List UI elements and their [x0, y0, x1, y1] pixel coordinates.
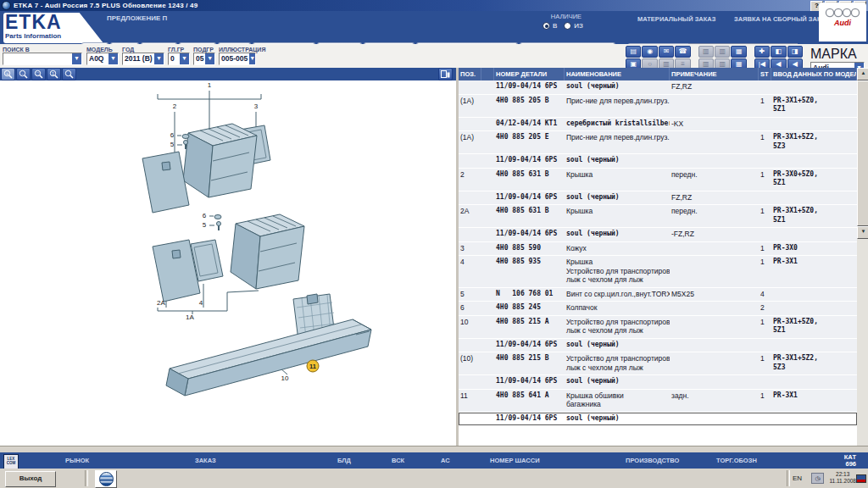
table-row[interactable]: (1A)4H0 885 205 BПрис-ние для перев.длин… — [459, 95, 857, 117]
diagram-callout-1A[interactable]: 1A — [186, 314, 194, 321]
diagram-callout-5[interactable]: 5 — [203, 222, 206, 229]
diagram-panel[interactable]: 12365652A41A1011 — [0, 80, 456, 446]
scroll-down-icon[interactable]: ▼ — [857, 226, 868, 239]
audi-brand-text: Audi — [834, 19, 851, 27]
chevron-down-icon[interactable]: ▼ — [108, 53, 118, 64]
table-row[interactable]: 34H0 885 590Кожух1PR-3X0 — [459, 242, 857, 256]
chevron-down-icon[interactable]: ▼ — [205, 53, 214, 64]
split-view-button[interactable] — [438, 68, 453, 80]
logo-title: ETKA — [5, 13, 103, 32]
table-row[interactable]: 2A4H0 885 631 BКрышкапередн.1PR-3X1+5Z0,… — [459, 205, 857, 227]
table-row[interactable]: 04/12-04/14 KT1серебристый kristallsilbe… — [459, 118, 857, 131]
window-title: ETKA 7 - Audi Россия 7.5 PLUS Обновление… — [14, 2, 198, 9]
logo-subtitle: Parts Information — [5, 32, 103, 40]
image-toolbar: +-□1 — [0, 68, 456, 80]
svg-text:-: - — [22, 71, 24, 76]
diagram-callout-10[interactable]: 10 — [281, 375, 289, 382]
chevron-down-icon[interactable]: ▼ — [249, 53, 255, 64]
table-row[interactable]: 11/09-04/14 6PSsoul (черный)-FZ,RZ — [459, 228, 857, 241]
scrollbar-thumb[interactable] — [857, 80, 868, 226]
bottom-field-label: БЛД — [337, 457, 351, 464]
zoom-out-icon[interactable]: - — [16, 68, 31, 80]
table-row[interactable]: 44H0 885 935Крышка Устройство для трансп… — [459, 256, 857, 287]
table-row[interactable]: 5N 106 768 01Винт со скр.цил.гол.,внут.T… — [459, 288, 857, 302]
diagram-callout-6[interactable]: 6 — [203, 213, 206, 219]
datetime: 22:1311.11.2008 — [829, 471, 856, 485]
zoom-in-icon[interactable]: + — [1, 68, 15, 80]
etka-window: ETKA 7 - Audi Россия 7.5 PLUS Обновление… — [0, 0, 868, 488]
scroll-up-icon[interactable]: ▲ — [857, 68, 868, 80]
bottom-field-label: АС — [441, 457, 450, 464]
bottom-info-bar: LEX COM РЫНОКЗАКАЗБЛДВСКАСНОМЕР ШАССИПРО… — [0, 452, 868, 469]
print-icon[interactable]: ▤ — [626, 46, 641, 58]
exit-button[interactable]: Выход — [5, 471, 56, 487]
zoom-free-icon[interactable] — [62, 68, 76, 80]
cart-transfer-icon[interactable]: ▦ — [731, 46, 746, 58]
search-input[interactable]: ▼ — [3, 53, 82, 65]
catalog-number: КАТ696 — [844, 454, 856, 468]
zoom-window-icon[interactable]: □ — [31, 68, 46, 80]
table-rows: 11/09-04/14 6PSsoul (черный)FZ,RZ(1A)4H0… — [459, 80, 857, 426]
clock-icon: ◷ — [811, 473, 824, 484]
table-row[interactable]: 104H0 885 215 AУстройство для транспорти… — [459, 316, 857, 338]
table-row[interactable]: (1A)4H0 885 205 EПрис-ние для перев.длин… — [459, 131, 857, 153]
diagram-callout-2A[interactable]: 2A — [157, 300, 165, 307]
search-row: ПОИСК В ▼ МОДЕЛЬA0Q▼ГОД2011 (B)▼ГЛ.ГР0▼П… — [0, 44, 868, 69]
pin-icon[interactable]: ✚ — [754, 46, 770, 58]
availability-radio-ИЗ[interactable]: ИЗ — [564, 22, 583, 30]
diagram-callout-4[interactable]: 4 — [199, 300, 203, 307]
print-preview-icon[interactable]: ◉ — [642, 46, 657, 58]
table-row[interactable]: 11/09-04/14 6PSsoul (черный) — [459, 154, 857, 168]
copy-prev-icon[interactable]: ◧ — [771, 46, 786, 58]
table-scrollbar[interactable]: ▲ ▼ — [857, 68, 868, 446]
status-flag-icon — [856, 474, 866, 483]
table-header: ПОЗ.НОМЕР ДЕТАЛИНАИМЕНОВАНИЕПРИМЕЧАНИЕST… — [459, 68, 857, 80]
availability-radio-В[interactable]: В — [542, 22, 557, 30]
chevron-down-icon[interactable]: ▼ — [154, 53, 164, 64]
doc-recall-icon: ▥ — [715, 46, 730, 58]
diagram-callout-3[interactable]: 3 — [254, 103, 258, 110]
diagram-callout-2[interactable]: 2 — [173, 103, 176, 110]
field-подгр: ПОДГР05▼ — [193, 47, 215, 65]
assembly-order-label[interactable]: ЗАЯВКА НА СБОРНЫЙ ЗАКАЗ — [734, 15, 830, 23]
chevron-down-icon[interactable]: ▼ — [72, 53, 81, 64]
col-header: НОМЕР ДЕТАЛИ — [494, 68, 565, 80]
table-row[interactable]: 11/09-04/14 6PSsoul (черный) — [459, 413, 857, 426]
copy-next-icon[interactable]: ◨ — [787, 46, 803, 58]
app-icon — [2, 1, 11, 10]
table-row[interactable]: 11/09-04/14 6PSsoul (черный)FZ,RZ — [459, 191, 857, 205]
zoom-reset-icon[interactable]: 1 — [47, 68, 61, 80]
table-row[interactable]: 24H0 885 631 BКрышкапередн.1PR-3X0+5Z0, … — [459, 169, 857, 191]
table-row[interactable]: (10)4H0 885 215 BУстройство для транспор… — [459, 352, 857, 374]
globe-icon — [99, 472, 114, 486]
field-гл.гр: ГЛ.ГР0▼ — [168, 47, 190, 65]
field-модель: МОДЕЛЬA0Q▼ — [86, 47, 119, 65]
parts-table: ПОЗ.НОМЕР ДЕТАЛИНАИМЕНОВАНИЕПРИМЕЧАНИЕST… — [459, 68, 868, 446]
status-bar: Выход EN ◷ 22:1311.11.2008 — [0, 469, 868, 488]
availability-group: НАЛИЧИЕ ВИЗ — [542, 13, 590, 30]
availability-label: НАЛИЧИЕ — [542, 13, 590, 20]
diagram-callout-1[interactable]: 1 — [208, 82, 211, 89]
lexcom-globe-button[interactable] — [95, 470, 117, 488]
audi-logo-panel: Audi — [819, 3, 866, 42]
table-row[interactable]: 11/09-04/14 6PSsoul (черный) — [459, 339, 857, 352]
material-order-label[interactable]: МАТЕРИАЛЬНЫЙ ЗАКАЗ — [637, 15, 715, 23]
field-год: ГОД2011 (B)▼ — [122, 47, 164, 65]
diagram-callout-5[interactable]: 5 — [170, 141, 174, 148]
chevron-down-icon[interactable]: ▼ — [180, 53, 189, 64]
table-row[interactable]: 11/09-04/14 6PSsoul (черный) — [459, 375, 857, 389]
phone-icon[interactable]: ☎ — [675, 46, 690, 58]
bottom-field-label: НОМЕР ШАССИ — [490, 457, 540, 464]
diagram-callout-11[interactable]: 11 — [307, 360, 320, 373]
bottom-field-label: РЫНОК — [65, 457, 89, 464]
table-row[interactable]: 11/09-04/14 6PSsoul (черный)FZ,RZ — [459, 80, 857, 94]
col-header: ST — [759, 68, 771, 80]
doc-store-icon: ▥ — [698, 46, 714, 58]
diagram-callout-6[interactable]: 6 — [170, 132, 174, 139]
send-icon[interactable]: ✉ — [659, 46, 674, 58]
table-row[interactable]: 64H0 885 245Колпачок2 — [459, 302, 857, 315]
header-band: ETKA Parts Information ПРЕДЛОЖЕНИЕ П НАЛ… — [0, 11, 868, 44]
table-row[interactable]: 114H0 885 641 AКрышка обшивки багажниказ… — [459, 390, 857, 412]
col-header: НАИМЕНОВАНИЕ — [565, 68, 670, 80]
col-header: ПРИМЕЧАНИЕ — [670, 68, 759, 80]
